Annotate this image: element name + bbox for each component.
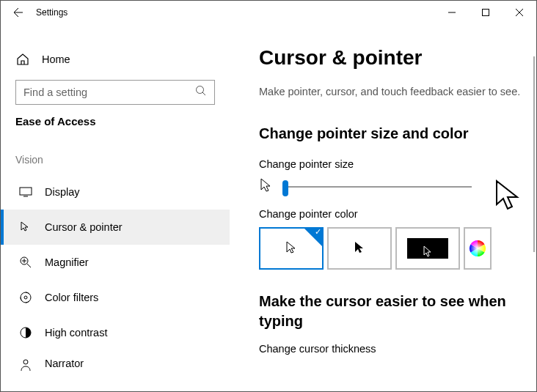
pointer-color-white[interactable]: ✓	[259, 227, 324, 270]
search-input[interactable]	[15, 80, 215, 105]
category-heading: Ease of Access	[1, 115, 230, 127]
search-field[interactable]	[23, 86, 195, 98]
main-content: Cursor & pointer Make pointer, cursor, a…	[230, 24, 536, 391]
window-title: Settings	[36, 7, 67, 18]
sidebar-item-label: Display	[45, 186, 80, 198]
minimize-button[interactable]	[435, 1, 469, 24]
sidebar-item-cursor-pointer[interactable]: Cursor & pointer	[1, 210, 230, 245]
sidebar-item-label: Magnifier	[45, 256, 89, 268]
sidebar-item-high-contrast[interactable]: High contrast	[1, 315, 230, 350]
section-heading-cursor-typing: Make the cursor easier to see when typin…	[259, 292, 536, 331]
svg-point-4	[21, 292, 31, 303]
slider-thumb[interactable]	[282, 180, 288, 196]
sidebar-item-label: Color filters	[45, 292, 98, 303]
small-cursor-icon	[259, 177, 272, 196]
pointer-size-slider[interactable]	[282, 178, 472, 196]
scrollbar[interactable]	[533, 56, 535, 252]
pointer-size-label: Change pointer size	[259, 158, 536, 170]
svg-point-8	[470, 240, 486, 256]
large-cursor-icon	[494, 180, 523, 213]
magnifier-icon	[18, 255, 33, 270]
svg-point-7	[23, 360, 28, 364]
back-button[interactable]	[1, 1, 33, 24]
sidebar-item-display[interactable]: Display	[1, 174, 230, 210]
narrator-icon	[18, 358, 33, 372]
group-label-vision: Vision	[1, 154, 230, 166]
pointer-color-black[interactable]	[327, 227, 392, 270]
pointer-color-custom[interactable]	[464, 227, 492, 270]
maximize-button[interactable]	[469, 1, 503, 24]
cursor-pointer-icon	[18, 220, 33, 234]
svg-rect-0	[483, 10, 489, 16]
home-nav-item[interactable]: Home	[1, 45, 230, 74]
home-icon	[15, 52, 30, 67]
high-contrast-icon	[18, 325, 33, 340]
pointer-color-inverted[interactable]	[395, 227, 460, 270]
svg-point-5	[24, 296, 27, 299]
color-filters-icon	[18, 290, 33, 305]
titlebar: Settings	[1, 1, 536, 24]
sidebar-item-narrator[interactable]: Narrator	[1, 350, 230, 372]
sidebar: Home Ease of Access Vision Display Curso…	[1, 24, 230, 391]
sidebar-item-label: High contrast	[45, 327, 107, 339]
svg-rect-2	[20, 188, 32, 195]
cursor-thickness-label: Change cursor thickness	[259, 343, 536, 355]
search-icon	[195, 85, 207, 100]
sidebar-item-color-filters[interactable]: Color filters	[1, 280, 230, 315]
page-title: Cursor & pointer	[259, 46, 536, 70]
close-button[interactable]	[503, 1, 536, 24]
home-label: Home	[42, 53, 70, 65]
sidebar-item-label: Narrator	[45, 358, 84, 369]
page-subtitle: Make pointer, cursor, and touch feedback…	[259, 86, 536, 97]
display-icon	[18, 185, 33, 199]
section-heading-size-color: Change pointer size and color	[259, 124, 536, 144]
sidebar-item-magnifier[interactable]: Magnifier	[1, 245, 230, 280]
sidebar-item-label: Cursor & pointer	[45, 221, 123, 233]
